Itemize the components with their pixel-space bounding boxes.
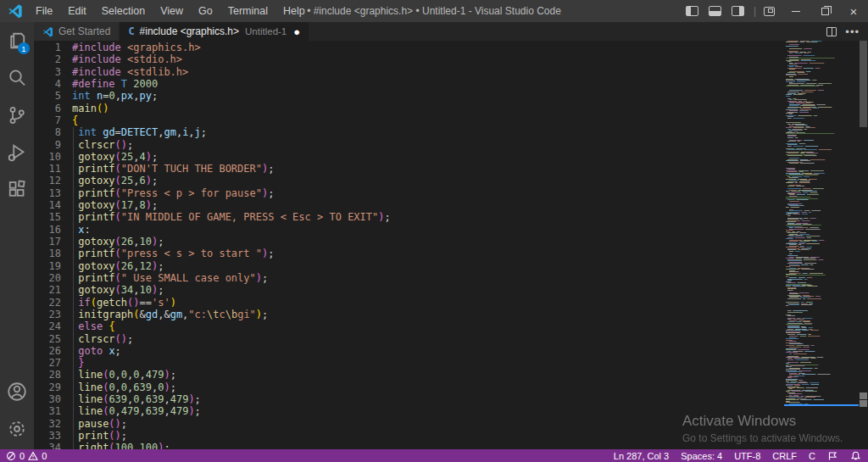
- menu-bar: FileEditSelectionViewGoTerminalHelp: [28, 0, 313, 22]
- restore-button[interactable]: [810, 0, 839, 22]
- code-line-7[interactable]: 7{: [34, 114, 391, 126]
- code-line-3[interactable]: 3#include <stdlib.h>: [34, 66, 391, 78]
- line-number: 30: [34, 393, 61, 405]
- code-line-1[interactable]: 1#include <graphics.h>: [34, 42, 391, 53]
- gear-icon: [7, 419, 27, 439]
- tab-description: Untitled-1: [245, 26, 287, 36]
- title-bar: FileEditSelectionViewGoTerminalHelp • #i…: [0, 0, 868, 22]
- watermark-title: Activate Windows: [682, 413, 843, 430]
- code-line-17[interactable]: 17 gotoxy(26,10);: [34, 236, 391, 248]
- tab-get-started-label: Get Started: [58, 25, 110, 37]
- vscode-window: FileEditSelectionViewGoTerminalHelp • #i…: [0, 0, 868, 462]
- code-line-9[interactable]: 9 clrscr();: [34, 139, 391, 151]
- vscode-logo-icon: [8, 3, 23, 19]
- warning-count: 0: [42, 451, 47, 461]
- encoding-setting[interactable]: UTF-8: [734, 451, 760, 461]
- code-line-2[interactable]: 2#include <stdio.h>: [34, 53, 391, 65]
- line-number: 27: [34, 357, 61, 369]
- code-line-32[interactable]: 32 pause();: [34, 418, 391, 430]
- code-line-4[interactable]: 4#define T 2000: [34, 78, 391, 90]
- line-number: 2: [34, 53, 61, 65]
- code-line-13[interactable]: 13 printf("Press < p > for pause");: [34, 187, 391, 199]
- code-line-29[interactable]: 29 line(0,0,639,0);: [34, 381, 391, 393]
- split-editor-icon[interactable]: [826, 27, 837, 36]
- tab-untitled-file[interactable]: C #include <graphics.h> Untitled-1 ●: [120, 22, 309, 41]
- menu-item-file[interactable]: File: [28, 0, 60, 22]
- language-mode[interactable]: C: [809, 451, 815, 461]
- account-button[interactable]: [0, 373, 34, 410]
- menu-item-go[interactable]: Go: [191, 0, 220, 22]
- search-icon: [7, 68, 27, 88]
- line-number: 11: [34, 163, 61, 175]
- sidebar-item-run-debug[interactable]: [0, 134, 34, 171]
- tab-get-started[interactable]: Get Started: [34, 22, 119, 41]
- editor-scrollbar[interactable]: [859, 41, 868, 449]
- menu-item-view[interactable]: View: [153, 0, 191, 22]
- code-line-15[interactable]: 15 printf("IN MIDDLE OF GAME, PRESS < Es…: [34, 211, 391, 223]
- sidebar-item-extensions[interactable]: [0, 171, 34, 209]
- code-line-34[interactable]: 34 right(100,100);: [34, 442, 391, 449]
- eol-setting[interactable]: CRLF: [772, 451, 797, 461]
- toggle-secondary-sidebar-icon[interactable]: [732, 6, 744, 16]
- code-line-12[interactable]: 12 gotoxy(25,6);: [34, 175, 391, 186]
- vscode-tab-icon: [42, 26, 53, 37]
- more-actions-icon[interactable]: •••: [845, 25, 860, 38]
- menu-item-edit[interactable]: Edit: [60, 0, 94, 22]
- indentation-setting[interactable]: Spaces: 4: [681, 451, 722, 461]
- line-number: 29: [34, 381, 61, 393]
- code-line-5[interactable]: 5int n=0,px,py;: [34, 90, 391, 102]
- code-editor[interactable]: 1#include <graphics.h>2#include <stdio.h…: [34, 41, 868, 449]
- code-line-28[interactable]: 28 line(0,0,0,479);: [34, 369, 391, 381]
- feedback-icon[interactable]: [827, 451, 838, 461]
- code-line-19[interactable]: 19 gotoxy(26,12);: [34, 260, 391, 272]
- code-line-26[interactable]: 26 goto x;: [34, 345, 391, 357]
- code-line-16[interactable]: 16 x:: [34, 224, 391, 236]
- line-number: 9: [34, 139, 61, 151]
- cursor-position[interactable]: Ln 287, Col 3: [614, 451, 669, 461]
- toggle-panel-icon[interactable]: [709, 6, 721, 16]
- code-line-11[interactable]: 11 printf("DON'T TUCH THE BORDER");: [34, 163, 391, 175]
- menu-item-selection[interactable]: Selection: [94, 0, 153, 22]
- minimap[interactable]: [784, 41, 859, 405]
- menu-item-terminal[interactable]: Terminal: [220, 0, 275, 22]
- code-line-6[interactable]: 6main(): [34, 103, 391, 114]
- settings-button[interactable]: [0, 410, 34, 448]
- code-line-22[interactable]: 22 if(getch()=='s'): [34, 297, 391, 309]
- line-number: 12: [34, 175, 61, 186]
- line-number: 34: [34, 442, 61, 449]
- close-button[interactable]: ×: [839, 0, 868, 22]
- code-line-27[interactable]: 27 }: [34, 357, 391, 369]
- code-line-23[interactable]: 23 initgraph(&gd,&gm,"c:\tc\bgi");: [34, 309, 391, 320]
- code-line-33[interactable]: 33 print();: [34, 430, 391, 442]
- overview-ruler-marker: [860, 392, 867, 399]
- modified-dot-icon[interactable]: ●: [293, 26, 300, 37]
- code-line-8[interactable]: 8 int gd=DETECT,gm,i,j;: [34, 126, 391, 138]
- sidebar-item-source-control[interactable]: [0, 97, 34, 134]
- sidebar-item-explorer[interactable]: 1: [0, 22, 34, 59]
- code-line-20[interactable]: 20 printf(" Use SMALL case only");: [34, 272, 391, 284]
- toggle-sidebar-icon[interactable]: [686, 6, 698, 16]
- problems-indicator[interactable]: 0 0: [6, 451, 47, 461]
- code-line-18[interactable]: 18 printf("press < s > to start ");: [34, 248, 391, 259]
- line-number: 32: [34, 418, 61, 430]
- line-number: 23: [34, 309, 61, 320]
- customize-layout-icon[interactable]: [764, 7, 775, 16]
- minimize-button[interactable]: [782, 0, 810, 22]
- line-number: 10: [34, 151, 61, 163]
- watermark-subtitle: Go to Settings to activate Windows.: [682, 432, 843, 444]
- scrollbar-thumb[interactable]: [860, 41, 867, 127]
- extensions-icon: [7, 180, 27, 200]
- code-line-25[interactable]: 25 clrscr();: [34, 333, 391, 345]
- error-icon: [6, 451, 16, 461]
- code-line-10[interactable]: 10 gotoxy(25,4);: [34, 151, 391, 163]
- sidebar-item-search[interactable]: [0, 59, 34, 97]
- code-line-14[interactable]: 14 gotoxy(17,8);: [34, 199, 391, 211]
- code-line-24[interactable]: 24 else {: [34, 320, 391, 332]
- line-number: 21: [34, 284, 61, 296]
- code-line-21[interactable]: 21 gotoxy(34,10);: [34, 284, 391, 296]
- code-line-31[interactable]: 31 line(0,479,639,479);: [34, 405, 391, 417]
- notifications-bell-icon[interactable]: [850, 451, 861, 461]
- code-line-30[interactable]: 30 line(639,0,639,479);: [34, 393, 391, 405]
- c-language-icon: C: [128, 25, 134, 37]
- line-number: 17: [34, 236, 61, 248]
